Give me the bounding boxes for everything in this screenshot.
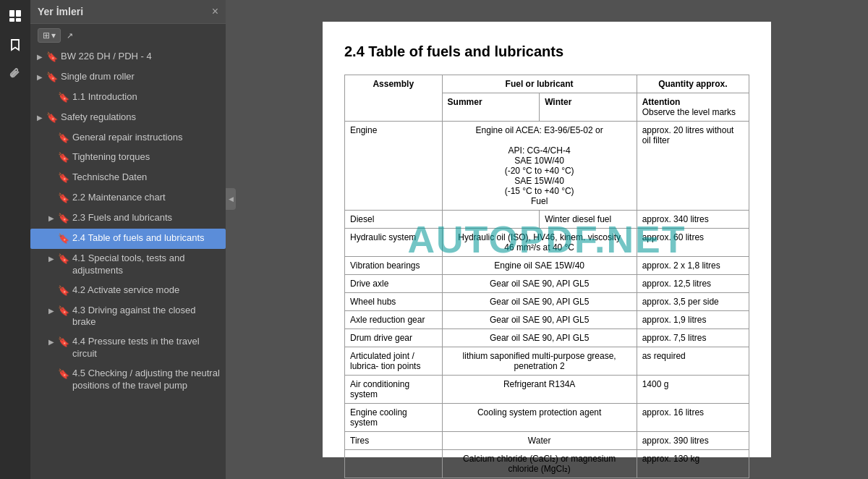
table-row: Wheel hubs Gear oil SAE 90, API GL5 appr…	[345, 293, 749, 311]
cell-qty: 1400 g	[637, 376, 749, 404]
cell-fuel: Engine oil ACEA: E3-96/E5-02 or API: CG-…	[442, 122, 637, 211]
cell-qty: approx. 12,5 litres	[637, 275, 749, 293]
col-header-qty: Quantity approx.	[637, 75, 749, 93]
cell-assembly: Articulated joint / lubrica- tion points	[345, 347, 443, 376]
cell-qty: approx. 20 litres without oil filter	[637, 122, 749, 211]
sidebar-item-tightening[interactable]: ▶ 🔖 Tightening torques	[30, 148, 226, 168]
cell-fuel: Water	[442, 432, 637, 450]
attention-note: Observe the level marks	[642, 107, 736, 117]
cell-fuel: Refrigerant R134A	[442, 376, 637, 404]
chevron-right-icon: ▶	[35, 52, 45, 62]
sidebar-item-general-repair[interactable]: ▶ 🔖 General repair instructions	[30, 128, 226, 148]
col-header-fuel: Fuel or lubricant	[442, 75, 637, 93]
table-row: Diesel Winter diesel fuel approx. 340 li…	[345, 211, 749, 229]
cell-qty: approx. 1,9 litres	[637, 311, 749, 329]
sidebar-item-label: 2.4 Table of fuels and lubricants	[72, 232, 221, 245]
sub-header-attention: Attention Observe the level marks	[637, 93, 749, 122]
cell-assembly: Tires	[345, 432, 443, 450]
cell-assembly: Wheel hubs	[345, 293, 443, 311]
cell-fuel: Engine oil SAE 15W/40	[442, 257, 637, 275]
cell-fuel: Calcium chloride (CaCl₂) or magnesium ch…	[442, 450, 637, 478]
chevron-icon: ▾	[51, 30, 56, 41]
fuels-table: Assembly Fuel or lubricant Quantity appr…	[344, 75, 749, 478]
attention-label: Attention	[642, 97, 681, 107]
sidebar-item-label: 4.4 Pressure tests in the travel circuit	[72, 336, 221, 360]
sidebar-item-activate-service[interactable]: ▶ 🔖 4.2 Activate service mode	[30, 281, 226, 301]
table-row: Engine Engine oil ACEA: E3-96/E5-02 or A…	[345, 122, 749, 211]
cell-assembly: Drive axle	[345, 275, 443, 293]
table-row: Engine cooling system Cooling system pro…	[345, 404, 749, 432]
sidebar-menu-button[interactable]: ⊞ ▾	[38, 28, 61, 43]
chevron-right-icon: ▶	[35, 113, 45, 122]
svg-rect-0	[9, 10, 14, 17]
bookmark-icon: 🔖	[58, 368, 69, 381]
table-row: Vibration bearings Engine oil SAE 15W/40…	[345, 257, 749, 275]
sidebar-item-fuels-lubricants[interactable]: ▶ 🔖 2.3 Fuels and lubricants	[30, 208, 226, 229]
sidebar-item-single-drum[interactable]: ▶ 🔖 Single drum roller	[30, 67, 226, 88]
chevron-right-icon: ▶	[35, 72, 45, 82]
sidebar-item-bw226[interactable]: ▶ 🔖 BW 226 DH / PDH - 4	[30, 47, 226, 67]
cell-fuel: Gear oil SAE 90, API GL5	[442, 275, 637, 293]
bookmark-toolbar-icon[interactable]	[5, 35, 25, 55]
cell-qty: approx. 130 kg	[637, 450, 749, 478]
table-row: Drum drive gear Gear oil SAE 90, API GL5…	[345, 329, 749, 347]
pages-icon[interactable]	[5, 6, 25, 26]
sidebar-item-pressure-tests[interactable]: ▶ 🔖 4.4 Pressure tests in the travel cir…	[30, 332, 226, 364]
bookmark-icon: 🔖	[58, 172, 69, 185]
cell-assembly: Engine cooling system	[345, 404, 443, 432]
sidebar-item-maintenance[interactable]: ▶ 🔖 2.2 Maintenance chart	[30, 188, 226, 208]
grid-icon: ⊞	[43, 30, 50, 41]
bookmark-icon: 🔖	[58, 285, 69, 297]
cell-fuel: Gear oil SAE 90, API GL5	[442, 329, 637, 347]
sidebar-item-label: Safety regulations	[61, 111, 221, 124]
table-row: Calcium chloride (CaCl₂) or magnesium ch…	[345, 450, 749, 478]
sidebar-title: Yer İmleri	[38, 6, 83, 17]
sidebar-item-label: Tightening torques	[72, 151, 221, 164]
cell-assembly: Diesel	[345, 211, 443, 229]
cell-assembly: Axle reduction gear	[345, 311, 443, 329]
document-title: 2.4 Table of fuels and lubricants	[344, 43, 749, 60]
cell-winter: Winter diesel fuel	[540, 211, 637, 229]
sidebar-item-label: 1.1 Introduction	[72, 91, 221, 103]
cell-fuel: Cooling system protection agent	[442, 404, 637, 432]
sidebar-scroll-handle[interactable]: ◀	[226, 188, 236, 210]
sidebar-item-safety[interactable]: ▶ 🔖 Safety regulations	[30, 108, 226, 128]
sidebar-item-table-fuels[interactable]: ▶ 🔖 2.4 Table of fuels and lubricants	[30, 229, 226, 249]
paperclip-icon[interactable]	[5, 64, 25, 84]
sidebar-toolbar: ⊞ ▾ ↗	[30, 24, 226, 47]
sidebar-item-label: Technische Daten	[72, 171, 221, 184]
sidebar-close-button[interactable]: ×	[212, 6, 218, 17]
chevron-right-icon: ▶	[46, 337, 56, 347]
sidebar-item-label: 2.2 Maintenance chart	[72, 192, 221, 204]
bookmark-icon: 🔖	[58, 152, 69, 164]
chevron-right-icon: ▶	[46, 306, 56, 315]
main-content: AUTOPDF.NET 2.4 Table of fuels and lubri…	[226, 0, 868, 479]
bookmark-icon: 🔖	[58, 213, 69, 225]
sidebar-item-driving-brake[interactable]: ▶ 🔖 4.3 Driving against the closed brake	[30, 301, 226, 333]
sidebar-header: Yer İmleri ×	[30, 0, 226, 24]
table-row: Hydraulic system Hydraulic oil (ISO), HV…	[345, 229, 749, 257]
sidebar-item-special-tools[interactable]: ▶ 🔖 4.1 Special tools, tests and adjustm…	[30, 249, 226, 281]
bookmark-icon: 🔖	[58, 253, 69, 266]
cell-qty: approx. 3,5 per side	[637, 293, 749, 311]
bookmark-icon: 🔖	[58, 192, 69, 205]
sidebar-list: ▶ 🔖 BW 226 DH / PDH - 4 ▶ 🔖 Single drum …	[30, 47, 226, 479]
sidebar-item-intro[interactable]: ▶ 🔖 1.1 Introduction	[30, 88, 226, 108]
sub-header-summer: Summer	[442, 93, 540, 122]
svg-rect-2	[9, 18, 14, 22]
sidebar-item-label: General repair instructions	[72, 132, 221, 144]
cell-assembly: Engine	[345, 122, 443, 211]
bookmark-icon: 🔖	[58, 233, 69, 245]
cell-fuel: Gear oil SAE 90, API GL5	[442, 293, 637, 311]
cursor-indicator: ↗	[67, 31, 73, 41]
table-row: Drive axle Gear oil SAE 90, API GL5 appr…	[345, 275, 749, 293]
sidebar-item-checking-adjusting[interactable]: ▶ 🔖 4.5 Checking / adjusting the neutral…	[30, 364, 226, 396]
table-row: Articulated joint / lubrica- tion points…	[345, 347, 749, 376]
table-row: Axle reduction gear Gear oil SAE 90, API…	[345, 311, 749, 329]
sidebar-item-technische[interactable]: ▶ 🔖 Technische Daten	[30, 168, 226, 188]
bookmark-icon: 🔖	[58, 92, 69, 104]
cell-summer	[442, 211, 540, 229]
sidebar-item-label: 4.3 Driving against the closed brake	[72, 305, 221, 329]
chevron-left-icon: ◀	[229, 195, 234, 203]
bookmark-icon: 🔖	[58, 336, 69, 349]
